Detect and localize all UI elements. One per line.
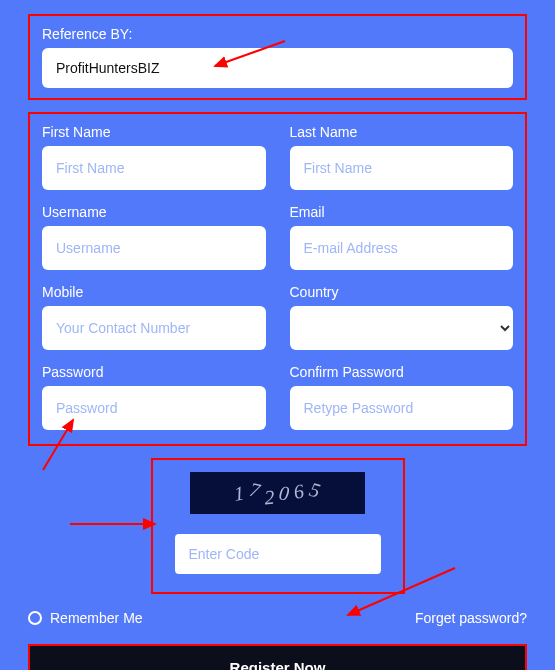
mobile-label: Mobile — [42, 284, 266, 300]
email-input[interactable] — [290, 226, 514, 270]
last-name-input[interactable] — [290, 146, 514, 190]
bottom-row: Remember Me Forget password? — [28, 610, 527, 626]
first-name-input[interactable] — [42, 146, 266, 190]
reference-input[interactable] — [42, 48, 513, 88]
username-input[interactable] — [42, 226, 266, 270]
remember-radio-icon[interactable] — [28, 611, 42, 625]
captcha-input[interactable] — [175, 534, 381, 574]
password-input[interactable] — [42, 386, 266, 430]
forget-password-link[interactable]: Forget password? — [415, 610, 527, 626]
confirm-password-label: Confirm Password — [290, 364, 514, 380]
form-fields-box: First Name Last Name Username Email Mobi… — [28, 112, 527, 446]
confirm-password-input[interactable] — [290, 386, 514, 430]
password-label: Password — [42, 364, 266, 380]
reference-label: Reference BY: — [42, 26, 513, 42]
register-button[interactable]: Register Now — [28, 644, 527, 670]
captcha-box: 172065 — [151, 458, 405, 594]
country-label: Country — [290, 284, 514, 300]
first-name-label: First Name — [42, 124, 266, 140]
remember-me[interactable]: Remember Me — [28, 610, 143, 626]
country-select[interactable] — [290, 306, 514, 350]
reference-box: Reference BY: — [28, 14, 527, 100]
email-label: Email — [290, 204, 514, 220]
remember-me-label: Remember Me — [50, 610, 143, 626]
captcha-image: 172065 — [190, 472, 365, 514]
username-label: Username — [42, 204, 266, 220]
mobile-input[interactable] — [42, 306, 266, 350]
last-name-label: Last Name — [290, 124, 514, 140]
